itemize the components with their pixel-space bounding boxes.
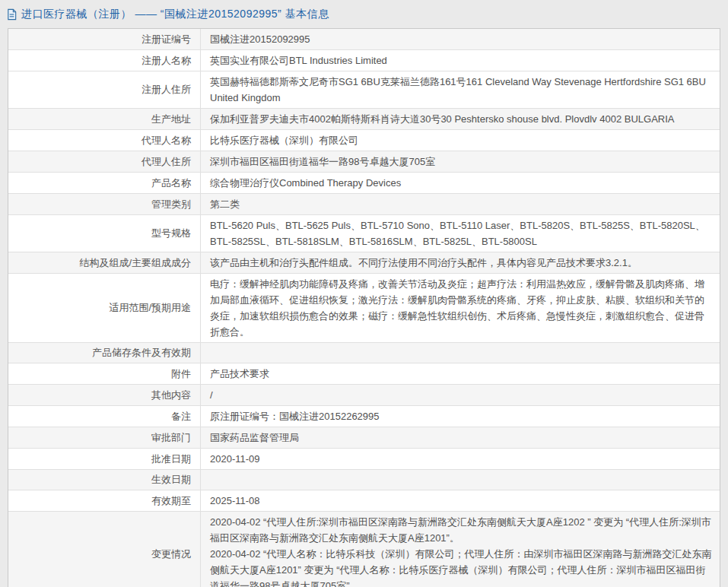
row-value: 原注册证编号：国械注进20152262995 bbox=[201, 406, 720, 427]
row-value-text: 英国实业有限公司BTL Industries Limited bbox=[210, 52, 712, 68]
row-value: 深圳市福田区福田街道福华一路98号卓越大厦705室 bbox=[201, 151, 720, 172]
page: 进口医疗器械（注册） —— “国械注进20152092995” 基本信息 注册证… bbox=[0, 0, 728, 587]
row-label: 代理人名称 bbox=[8, 130, 201, 151]
row-label-text: 注册人名称 bbox=[141, 53, 191, 68]
row-value-text: 保加利亚普罗夫迪夫市4002帕斯特斯科肖诗大道30号30 Peshtersko … bbox=[210, 111, 712, 127]
document-icon bbox=[6, 8, 17, 21]
table-row: 其他内容 / bbox=[8, 385, 720, 406]
row-label: 管理类别 bbox=[8, 194, 201, 214]
row-label-text: 备注 bbox=[171, 409, 191, 424]
row-label: 备注 bbox=[8, 406, 201, 427]
row-label-text: 注册证编号 bbox=[141, 32, 191, 47]
table-row: 注册证编号 国械注进20152092995 bbox=[8, 29, 720, 50]
row-label: 产品名称 bbox=[8, 173, 201, 193]
row-label: 产品储存条件及有效期 bbox=[8, 343, 201, 363]
row-value: 比特乐医疗器械（深圳）有限公司 bbox=[201, 130, 720, 151]
table-row: 审批部门 国家药品监督管理局 bbox=[8, 427, 720, 449]
row-value: 产品技术要求 bbox=[201, 363, 720, 384]
table-row: 批准日期 2020-11-09 bbox=[8, 449, 720, 470]
row-label-text: 代理人名称 bbox=[141, 133, 191, 148]
row-value: 英国赫特福德郡斯蒂文尼奇市SG1 6BU克莱福兰德路161号161 Clevel… bbox=[201, 71, 720, 108]
table-row: 管理类别 第二类 bbox=[8, 194, 720, 215]
row-label: 附件 bbox=[8, 363, 201, 384]
row-label-text: 其他内容 bbox=[151, 388, 191, 403]
info-table: 注册证编号 国械注进20152092995 注册人名称 英国实业有限公司BTL … bbox=[8, 28, 720, 587]
row-label-text: 代理人住所 bbox=[141, 154, 191, 170]
row-value-text: 电疗：缓解神经肌肉功能障碍及疼痛，改善关节活动及炎症；超声疗法：利用温热效应，缓… bbox=[210, 276, 712, 340]
row-value-text: 原注册证编号：国械注进20152262995 bbox=[210, 408, 712, 424]
table-row: 适用范围/预期用途 电疗：缓解神经肌肉功能障碍及疼痛，改善关节活动及炎症；超声疗… bbox=[8, 274, 720, 343]
table-row: 有效期至 2025-11-08 bbox=[8, 490, 720, 512]
row-label: 生产地址 bbox=[8, 109, 201, 129]
row-value: 保加利亚普罗夫迪夫市4002帕斯特斯科肖诗大道30号30 Peshtersko … bbox=[201, 109, 720, 129]
row-value: 国家药品监督管理局 bbox=[201, 427, 720, 448]
row-label-text: 产品储存条件及有效期 bbox=[92, 345, 191, 360]
row-value: 第二类 bbox=[201, 194, 720, 214]
row-value: 2020-04-02 “代理人住所:深圳市福田区深南路与新洲路交汇处东南侧航天大… bbox=[201, 512, 720, 587]
table-row: 产品储存条件及有效期 bbox=[8, 343, 720, 363]
row-value: 国械注进20152092995 bbox=[201, 29, 720, 49]
table-row: 备注 原注册证编号：国械注进20152262995 bbox=[8, 406, 720, 427]
row-value-text: 2025-11-08 bbox=[210, 493, 712, 509]
page-header: 进口医疗器械（注册） —— “国械注进20152092995” 基本信息 bbox=[0, 0, 728, 28]
row-label: 有效期至 bbox=[8, 490, 201, 511]
table-row: 注册人名称 英国实业有限公司BTL Industries Limited bbox=[8, 50, 720, 71]
table-row: 变更情况 2020-04-02 “代理人住所:深圳市福田区深南路与新洲路交汇处东… bbox=[8, 512, 720, 587]
row-label-text: 结构及组成/主要组成成分 bbox=[79, 255, 191, 271]
row-label: 变更情况 bbox=[8, 512, 201, 587]
row-value: / bbox=[201, 385, 720, 405]
row-label-text: 批准日期 bbox=[151, 452, 191, 467]
table-row: 附件 产品技术要求 bbox=[8, 363, 720, 385]
row-label-text: 型号规格 bbox=[151, 226, 191, 241]
row-label-text: 变更情况 bbox=[151, 547, 191, 562]
row-value-text: 第二类 bbox=[210, 196, 712, 212]
row-label: 生效日期 bbox=[8, 470, 201, 490]
table-row: 生产地址 保加利亚普罗夫迪夫市4002帕斯特斯科肖诗大道30号30 Peshte… bbox=[8, 109, 720, 130]
row-value-text: 英国赫特福德郡斯蒂文尼奇市SG1 6BU克莱福兰德路161号161 Clevel… bbox=[210, 74, 712, 106]
table-row: 结构及组成/主要组成成分 该产品由主机和治疗头配件组成。不同疗法使用不同治疗头配… bbox=[8, 252, 720, 274]
row-label: 注册人名称 bbox=[8, 50, 201, 71]
table-row: 注册人住所 英国赫特福德郡斯蒂文尼奇市SG1 6BU克莱福兰德路161号161 … bbox=[8, 71, 720, 109]
row-label: 注册证编号 bbox=[8, 29, 201, 49]
row-label: 其他内容 bbox=[8, 385, 201, 405]
row-value-text: 2020-04-02 “代理人名称：比特乐科技（深圳）有限公司；代理人住所：由深… bbox=[210, 546, 712, 587]
row-value-text: / bbox=[210, 387, 712, 403]
row-label-text: 产品名称 bbox=[151, 176, 191, 191]
row-label-text: 附件 bbox=[171, 366, 191, 382]
row-value: 综合物理治疗仪Combined Therapy Devices bbox=[201, 173, 720, 193]
row-label: 型号规格 bbox=[8, 215, 201, 252]
row-value: 2025-11-08 bbox=[201, 490, 720, 511]
row-value: 2020-11-09 bbox=[201, 449, 720, 469]
row-label-text: 生效日期 bbox=[151, 472, 191, 487]
row-value-text: 国家药品监督管理局 bbox=[210, 430, 712, 446]
row-label-text: 管理类别 bbox=[151, 197, 191, 212]
row-label: 代理人住所 bbox=[8, 151, 201, 172]
row-value-text: 2020-11-09 bbox=[210, 451, 712, 467]
row-label: 批准日期 bbox=[8, 449, 201, 469]
row-label: 结构及组成/主要组成成分 bbox=[8, 252, 201, 273]
table-row: 生效日期 bbox=[8, 470, 720, 490]
row-value-text: 深圳市福田区福田街道福华一路98号卓越大厦705室 bbox=[210, 154, 712, 170]
row-value-text: 2020-04-02 “代理人住所:深圳市福田区深南路与新洲路交汇处东南侧航天大… bbox=[210, 514, 712, 546]
row-value: 电疗：缓解神经肌肉功能障碍及疼痛，改善关节活动及炎症；超声疗法：利用温热效应，缓… bbox=[201, 274, 720, 342]
row-value-text: 综合物理治疗仪Combined Therapy Devices bbox=[210, 175, 712, 191]
row-value: 英国实业有限公司BTL Industries Limited bbox=[201, 50, 720, 71]
row-label-text: 适用范围/预期用途 bbox=[109, 300, 191, 316]
row-value bbox=[201, 343, 720, 363]
row-value-text: BTL-5620 Puls、BTL-5625 Puls、BTL-5710 Son… bbox=[210, 217, 712, 249]
row-value bbox=[201, 470, 720, 490]
row-label-text: 有效期至 bbox=[151, 493, 191, 509]
page-title: 进口医疗器械（注册） —— “国械注进20152092995” 基本信息 bbox=[21, 8, 329, 21]
row-label-text: 审批部门 bbox=[151, 430, 191, 446]
row-value: 该产品由主机和治疗头配件组成。不同疗法使用不同治疗头配件，具体内容见产品技术要求… bbox=[201, 252, 720, 273]
row-value-text: 产品技术要求 bbox=[210, 366, 712, 382]
row-label: 审批部门 bbox=[8, 427, 201, 448]
table-row: 型号规格 BTL-5620 Puls、BTL-5625 Puls、BTL-571… bbox=[8, 215, 720, 252]
row-value: BTL-5620 Puls、BTL-5625 Puls、BTL-5710 Son… bbox=[201, 215, 720, 252]
table-row: 代理人名称 比特乐医疗器械（深圳）有限公司 bbox=[8, 130, 720, 151]
row-value-text: 比特乐医疗器械（深圳）有限公司 bbox=[210, 132, 712, 148]
row-value-text: 该产品由主机和治疗头配件组成。不同疗法使用不同治疗头配件，具体内容见产品技术要求… bbox=[210, 255, 712, 271]
row-value-text: 国械注进20152092995 bbox=[210, 31, 712, 47]
row-label: 注册人住所 bbox=[8, 71, 201, 108]
table-row: 代理人住所 深圳市福田区福田街道福华一路98号卓越大厦705室 bbox=[8, 151, 720, 173]
